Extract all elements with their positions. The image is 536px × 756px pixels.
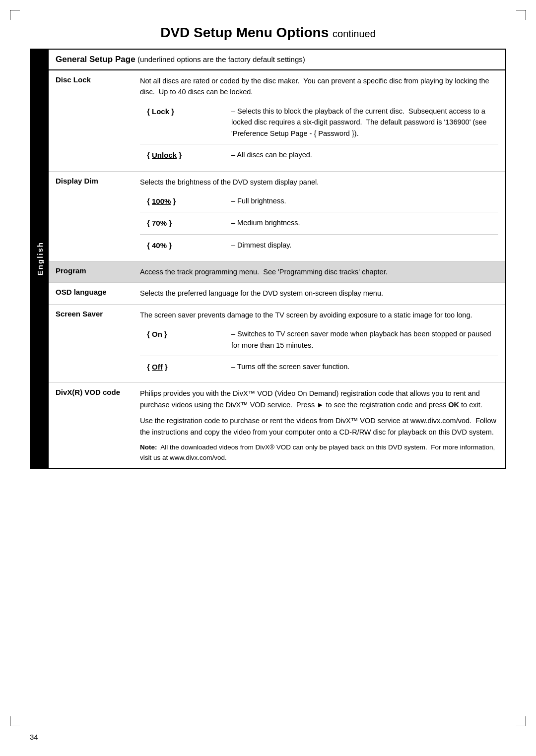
sub-option-value-100: – Full brightness. [224,190,498,212]
page-number: 34 [30,733,38,741]
sub-option-key-off: { Off } [140,356,224,378]
row-label-osd: OSD language [49,283,133,304]
disc-lock-suboptions: { Lock } – Selects this to block the pla… [140,101,498,166]
sub-option-value-40: – Dimmest display. [224,234,498,256]
sidebar-label: English [36,242,44,275]
row-content-disc-lock: Not all discs are rated or coded by the … [133,70,505,171]
table-row: Screen Saver The screen saver prevents d… [49,304,505,383]
corner-mark-bottom-right [516,716,526,726]
row-label-screen-saver: Screen Saver [49,304,133,383]
sub-option-key-70: { 70% } [140,212,224,234]
page-title: DVD Setup Menu Options continued [30,25,506,41]
list-item: { 100% } – Full brightness. [140,190,498,212]
corner-mark-top-left [10,10,20,20]
list-item: { On } – Switches to TV screen saver mod… [140,323,498,356]
table-row: Display Dim Selects the brightness of th… [49,171,505,261]
row-label-display-dim: Display Dim [49,171,133,261]
corner-mark-top-right [516,10,526,20]
row-content-program: Access the track programming menu. See '… [133,261,505,282]
table-row: Program Access the track programming men… [49,261,505,282]
divx-paragraph2: Use the registration code to purchase or… [140,415,498,438]
options-table: Disc Lock Not all discs are rated or cod… [49,70,505,468]
sub-option-value-on: – Switches to TV screen saver mode when … [224,323,498,356]
list-item: { Off } – Turns off the screen saver fun… [140,356,498,378]
divx-note: Note: All the downloaded videos from Div… [140,442,498,463]
list-item: { 70% } – Medium brightness. [140,212,498,234]
list-item: { 40% } – Dimmest display. [140,234,498,256]
row-label-divx: DivX(R) VOD code [49,383,133,468]
row-label-disc-lock: Disc Lock [49,70,133,171]
list-item: { Unlock } – All discs can be played. [140,144,498,166]
table-row: Disc Lock Not all discs are rated or cod… [49,70,505,171]
row-content-divx: Philips provides you with the DivX™ VOD … [133,383,505,468]
corner-mark-bottom-left [10,716,20,726]
sub-option-key-unlock: { Unlock } [140,144,224,166]
section-header-bold: General Setup Page [56,55,135,64]
sub-option-value-70: – Medium brightness. [224,212,498,234]
sub-option-value-unlock: – All discs can be played. [224,144,498,166]
sidebar: English [31,50,49,468]
section-header-subtitle: (underlined options are the factory defa… [137,55,305,63]
main-content-area: English General Setup Page (underlined o… [30,49,506,469]
sub-option-key-40: { 40% } [140,234,224,256]
screen-saver-suboptions: { On } – Switches to TV screen saver mod… [140,323,498,378]
row-content-display-dim: Selects the brightness of the DVD system… [133,171,505,261]
table-row: DivX(R) VOD code Philips provides you wi… [49,383,505,468]
list-item: { Lock } – Selects this to block the pla… [140,101,498,144]
table-row: OSD language Selects the preferred langu… [49,283,505,304]
display-dim-suboptions: { 100% } – Full brightness. { 70% } – Me… [140,190,498,256]
section-header: General Setup Page (underlined options a… [49,50,505,70]
sub-option-value-off: – Turns off the screen saver function. [224,356,498,378]
title-continued: continued [333,28,376,39]
sub-option-key-lock: { Lock } [140,101,224,144]
sub-option-value-lock: – Selects this to block the playback of … [224,101,498,144]
row-content-osd: Selects the preferred language for the D… [133,283,505,304]
title-text: DVD Setup Menu Options [160,25,329,40]
sub-option-key-100: { 100% } [140,190,224,212]
row-label-program: Program [49,261,133,282]
content-area: General Setup Page (underlined options a… [49,50,505,468]
sub-option-key-on: { On } [140,323,224,356]
row-content-screen-saver: The screen saver prevents damage to the … [133,304,505,383]
